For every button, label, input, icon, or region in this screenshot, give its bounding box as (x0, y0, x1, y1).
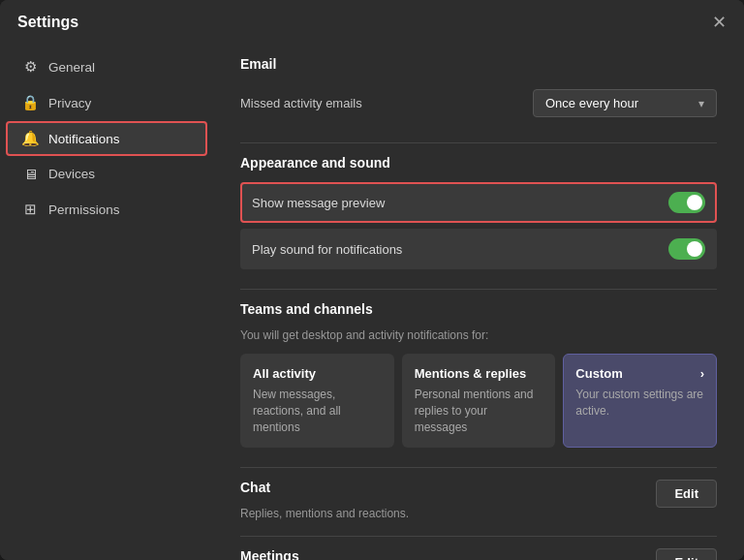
missed-activity-dropdown[interactable]: Once every hour ▾ (533, 89, 717, 117)
teams-section-title: Teams and channels (240, 301, 717, 317)
show-message-preview-toggle[interactable] (668, 192, 705, 213)
teams-cards: All activity New messages, reactions, an… (240, 354, 717, 448)
chat-section-info: Chat Replies, mentions and reactions. (240, 480, 409, 520)
sidebar-item-notifications[interactable]: 🔔 Notifications (6, 121, 207, 156)
sidebar-item-label: General (48, 60, 95, 75)
divider-4 (240, 536, 717, 537)
dropdown-value: Once every hour (545, 96, 638, 110)
window-title: Settings (17, 14, 78, 31)
title-bar: Settings ✕ (0, 0, 744, 41)
sidebar-item-permissions[interactable]: ⊞ Permissions (6, 192, 207, 227)
bell-icon: 🔔 (21, 130, 39, 147)
meetings-section-title: Meetings (240, 548, 484, 560)
team-card-title: Mentions & replies (415, 366, 543, 381)
sidebar-item-general[interactable]: ⚙ General (6, 49, 207, 84)
sidebar-item-label: Privacy (48, 96, 91, 110)
divider-3 (240, 467, 717, 468)
main-content: Email Missed activity emails Once every … (213, 41, 744, 560)
missed-activity-row: Missed activity emails Once every hour ▾ (240, 83, 717, 123)
sidebar-item-privacy[interactable]: 🔒 Privacy (6, 85, 207, 120)
play-sound-label: Play sound for notifications (252, 242, 402, 257)
meetings-edit-button[interactable]: Edit (656, 548, 717, 560)
team-card-all-activity[interactable]: All activity New messages, reactions, an… (240, 354, 394, 448)
divider-2 (240, 289, 717, 290)
chat-section-desc: Replies, mentions and reactions. (240, 507, 409, 520)
missed-activity-label: Missed activity emails (240, 96, 362, 110)
content-area: ⚙ General 🔒 Privacy 🔔 Notifications 🖥 De… (0, 41, 744, 560)
chat-section-title: Chat (240, 480, 409, 495)
sidebar-item-devices[interactable]: 🖥 Devices (6, 157, 207, 191)
play-sound-row: Play sound for notifications (240, 229, 717, 269)
teams-desc: You will get desktop and activity notifi… (240, 328, 717, 342)
team-card-desc: Personal mentions and replies to your me… (415, 387, 543, 435)
chevron-down-icon: ▾ (698, 97, 704, 110)
team-card-title: Custom › (575, 366, 704, 381)
divider-1 (240, 142, 717, 143)
show-message-preview-label: Show message preview (252, 196, 385, 210)
monitor-icon: 🖥 (21, 166, 39, 182)
sidebar-item-label: Notifications (48, 132, 120, 146)
team-card-desc: New messages, reactions, and all mention… (253, 387, 382, 435)
email-section: Email Missed activity emails Once every … (240, 56, 717, 123)
meetings-section-row: Meetings Reminders, work timings and cal… (240, 548, 717, 560)
settings-window: Settings ✕ ⚙ General 🔒 Privacy 🔔 Notific… (0, 0, 744, 560)
team-card-mentions-replies[interactable]: Mentions & replies Personal mentions and… (402, 354, 556, 448)
team-card-desc: Your custom settings are active. (575, 387, 704, 420)
chat-section-row: Chat Replies, mentions and reactions. Ed… (240, 480, 717, 520)
email-section-title: Email (240, 56, 717, 72)
sidebar-item-label: Permissions (48, 202, 120, 217)
meetings-section-info: Meetings Reminders, work timings and cal… (240, 548, 484, 560)
close-button[interactable]: ✕ (712, 14, 727, 31)
team-card-custom[interactable]: Custom › Your custom settings are active… (563, 354, 717, 448)
appearance-section: Appearance and sound Show message previe… (240, 155, 717, 269)
play-sound-toggle[interactable] (668, 238, 705, 260)
lock-icon: 🔒 (21, 94, 39, 111)
sidebar-item-label: Devices (48, 167, 95, 181)
teams-section: Teams and channels You will get desktop … (240, 301, 717, 448)
team-card-title: All activity (253, 366, 382, 381)
chat-edit-button[interactable]: Edit (656, 480, 717, 508)
grid-icon: ⊞ (21, 201, 39, 218)
show-message-preview-row: Show message preview (240, 182, 717, 223)
chat-section: Chat Replies, mentions and reactions. Ed… (240, 480, 717, 520)
sidebar: ⚙ General 🔒 Privacy 🔔 Notifications 🖥 De… (0, 41, 213, 560)
appearance-section-title: Appearance and sound (240, 155, 717, 171)
gear-icon: ⚙ (21, 58, 39, 76)
meetings-section: Meetings Reminders, work timings and cal… (240, 548, 717, 560)
chevron-right-icon: › (700, 366, 704, 381)
